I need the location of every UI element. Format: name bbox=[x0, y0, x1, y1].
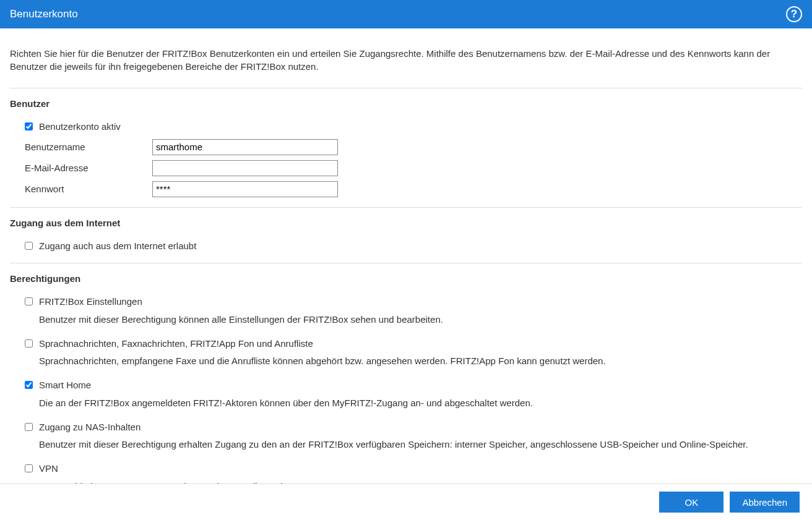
checkbox-perm-settings[interactable] bbox=[25, 297, 33, 305]
divider bbox=[10, 88, 802, 88]
username-input[interactable] bbox=[152, 139, 338, 155]
label-perm-voice[interactable]: Sprachnachrichten, Faxnachrichten, FRITZ… bbox=[39, 338, 313, 349]
row-password: Kennwort bbox=[10, 179, 802, 200]
section-internet: Zugang aus dem Internet Zugang auch aus … bbox=[10, 218, 802, 256]
perm-item-voice: Sprachnachrichten, Faxnachrichten, FRITZ… bbox=[10, 335, 802, 373]
checkbox-account-active[interactable] bbox=[25, 122, 33, 130]
row-username: Benutzername bbox=[10, 137, 802, 158]
perm-item-nas: Zugang zu NAS-Inhalten Benutzer mit dies… bbox=[10, 418, 802, 456]
intro-text: Richten Sie hier für die Benutzer der FR… bbox=[10, 38, 802, 82]
row-internet-allow: Zugang auch aus dem Internet erlaubt bbox=[10, 237, 802, 256]
page-header: Benutzerkonto ? bbox=[0, 0, 812, 28]
section-user: Benutzer Benutzerkonto aktiv Benutzernam… bbox=[10, 98, 802, 200]
section-title-permissions: Berechtigungen bbox=[10, 273, 802, 284]
label-perm-nas[interactable]: Zugang zu NAS-Inhalten bbox=[39, 422, 140, 432]
label-perm-vpn[interactable]: VPN bbox=[39, 463, 58, 474]
desc-perm-vpn: VPN-Verbindungen zur FRITZ!Box können he… bbox=[10, 479, 802, 484]
cancel-button[interactable]: Abbrechen bbox=[730, 492, 800, 513]
perm-item-settings: FRITZ!Box Einstellungen Benutzer mit die… bbox=[10, 292, 802, 331]
help-icon[interactable]: ? bbox=[786, 6, 802, 22]
email-input[interactable] bbox=[152, 160, 338, 176]
checkbox-perm-smarthome[interactable] bbox=[25, 381, 33, 389]
checkbox-perm-vpn[interactable] bbox=[25, 464, 33, 472]
content-area: Richten Sie hier für die Benutzer der FR… bbox=[0, 28, 812, 484]
password-input[interactable] bbox=[152, 181, 338, 197]
divider bbox=[10, 263, 802, 263]
label-perm-settings[interactable]: FRITZ!Box Einstellungen bbox=[39, 296, 142, 307]
label-password: Kennwort bbox=[25, 184, 152, 194]
desc-perm-settings: Benutzer mit dieser Berechtigung können … bbox=[10, 312, 802, 331]
section-title-internet: Zugang aus dem Internet bbox=[10, 218, 802, 228]
label-email: E-Mail-Adresse bbox=[25, 163, 152, 173]
label-username: Benutzername bbox=[25, 142, 152, 152]
section-permissions: Berechtigungen FRITZ!Box Einstellungen B… bbox=[10, 273, 802, 484]
desc-perm-voice: Sprachnachrichten, empfangene Faxe und d… bbox=[10, 353, 802, 372]
ok-button[interactable]: OK bbox=[659, 492, 723, 513]
desc-perm-smarthome: Die an der FRITZ!Box angemeldeten FRITZ!… bbox=[10, 395, 802, 414]
perm-item-vpn: VPN VPN-Verbindungen zur FRITZ!Box könne… bbox=[10, 459, 802, 484]
checkbox-perm-voice[interactable] bbox=[25, 339, 33, 347]
divider bbox=[10, 207, 802, 208]
footer: OK Abbrechen bbox=[0, 484, 812, 520]
row-account-active: Benutzerkonto aktiv bbox=[10, 117, 802, 137]
row-email: E-Mail-Adresse bbox=[10, 158, 802, 179]
desc-perm-nas: Benutzer mit dieser Berechtigung erhalte… bbox=[10, 437, 802, 456]
label-account-active[interactable]: Benutzerkonto aktiv bbox=[39, 121, 121, 132]
checkbox-perm-nas[interactable] bbox=[25, 423, 33, 431]
page-title: Benutzerkonto bbox=[10, 8, 78, 20]
checkbox-internet-allow[interactable] bbox=[25, 242, 33, 250]
label-perm-smarthome[interactable]: Smart Home bbox=[39, 380, 91, 390]
perm-item-smarthome: Smart Home Die an der FRITZ!Box angemeld… bbox=[10, 376, 802, 414]
section-title-user: Benutzer bbox=[10, 98, 802, 109]
label-internet-allow[interactable]: Zugang auch aus dem Internet erlaubt bbox=[39, 241, 196, 251]
